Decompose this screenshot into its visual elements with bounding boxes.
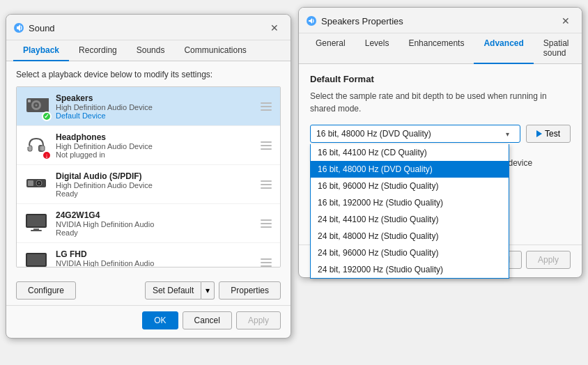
play-icon (536, 130, 542, 137)
svg-rect-11 (27, 215, 45, 226)
props-close-button[interactable]: ✕ (558, 13, 573, 29)
sound-title-icon (13, 22, 24, 33)
monitor2-desc: NVIDIA High Definition Audio (56, 259, 252, 267)
speakers-name: Speakers (56, 93, 252, 103)
props-apply-button[interactable]: Apply (526, 251, 571, 269)
speakers-status: Default Device (56, 111, 252, 120)
format-section: Default Format Select the sample rate an… (299, 64, 582, 158)
device-monitor1[interactable]: 24G2W1G4 NVIDIA High Definition Audio Re… (17, 204, 280, 243)
device-headphones-icon-wrap: ↓ (24, 132, 49, 159)
sound-tabs: Playback Recording Sounds Communications (6, 40, 291, 61)
option-24-96-studio[interactable]: 24 bit, 96000 Hz (Studio Quality) (311, 244, 509, 261)
tab-spatial-sound[interactable]: Spatial sound (534, 33, 579, 64)
option-dvd-quality[interactable]: 16 bit, 48000 Hz (DVD Quality) (311, 161, 509, 178)
headphones-name: Headphones (56, 132, 252, 142)
device-spdif[interactable]: Digital Audio (S/PDIF) High Definition A… (17, 165, 280, 204)
option-96k-studio[interactable]: 16 bit, 96000 Hz (Studio Quality) (311, 178, 509, 194)
sound-titlebar: Sound ✕ (6, 15, 291, 40)
sound-cancel-button[interactable]: Cancel (183, 311, 232, 329)
sound-footer-top: Configure Set Default ▾ Properties (6, 276, 291, 305)
svg-rect-7 (28, 180, 33, 186)
device-speakers[interactable]: ✓ Speakers High Definition Audio Device … (17, 87, 280, 126)
option-24-192-studio[interactable]: 24 bit, 192000 Hz (Studio Quality) (311, 261, 509, 278)
test-label: Test (545, 129, 560, 139)
device-monitor1-icon-wrap (24, 210, 49, 237)
props-tabs: General Levels Enhancements Advanced Spa… (299, 33, 582, 64)
configure-button[interactable]: Configure (16, 281, 76, 300)
format-title: Default Format (310, 74, 571, 84)
sound-apply-button[interactable]: Apply (236, 311, 281, 329)
sound-close-button[interactable]: ✕ (267, 20, 282, 36)
spdif-status: Ready (56, 189, 252, 198)
format-dropdown[interactable]: 16 bit, 44100 Hz (CD Quality) 16 bit, 48… (310, 125, 520, 143)
set-default-wrap: Set Default ▾ (145, 281, 215, 300)
monitor2-lines (259, 256, 273, 268)
tab-enhancements[interactable]: Enhancements (399, 33, 474, 64)
tab-communications[interactable]: Communications (174, 40, 256, 61)
device-monitor2[interactable]: LG FHD NVIDIA High Definition Audio Read… (17, 243, 280, 267)
tab-recording[interactable]: Recording (69, 40, 127, 61)
option-24-48-studio[interactable]: 24 bit, 48000 Hz (Studio Quality) (311, 228, 509, 244)
headphones-lines (259, 139, 273, 153)
playback-section-label: Select a playback device below to modify… (16, 70, 281, 79)
sound-ok-button[interactable]: OK (142, 311, 178, 329)
sound-dialog-title: Sound (29, 23, 55, 33)
tab-levels[interactable]: Levels (355, 33, 399, 64)
device-monitor2-info: LG FHD NVIDIA High Definition Audio Read… (56, 249, 252, 268)
format-desc: Select the sample rate and bit depth to … (310, 90, 571, 115)
tab-advanced[interactable]: Advanced (474, 33, 533, 64)
monitor1-lines (259, 217, 273, 231)
monitor1-desc: NVIDIA High Definition Audio (56, 220, 252, 228)
monitor1-name: 24G2W1G4 (56, 210, 252, 220)
svg-point-9 (38, 182, 40, 185)
device-speakers-info: Speakers High Definition Audio Device De… (56, 93, 252, 120)
titlebar-left: Sound (13, 22, 55, 33)
device-speakers-icon-wrap: ✓ (24, 93, 49, 120)
properties-button[interactable]: Properties (219, 281, 281, 300)
speakers-badge: ✓ (42, 111, 52, 121)
spdif-name: Digital Audio (S/PDIF) (56, 171, 252, 181)
sound-dialog-body: Select a playback device below to modify… (6, 61, 291, 276)
tab-playback[interactable]: Playback (13, 40, 69, 61)
spdif-icon (24, 171, 49, 196)
device-monitor2-icon-wrap (24, 249, 49, 267)
headphones-status: Not plugged in (56, 150, 252, 159)
headphones-badge: ↓ (42, 150, 52, 160)
device-spdif-info: Digital Audio (S/PDIF) High Definition A… (56, 171, 252, 198)
set-default-button[interactable]: Set Default (145, 281, 201, 300)
svg-rect-15 (27, 254, 45, 265)
props-titlebar-left: Speakers Properties (306, 15, 403, 26)
option-24-44-studio[interactable]: 24 bit, 44100 Hz (Studio Quality) (311, 211, 509, 228)
svg-rect-5 (28, 100, 31, 102)
props-dialog: Speakers Properties ✕ General Levels Enh… (298, 7, 582, 278)
svg-point-4 (36, 104, 38, 107)
monitor1-status: Ready (56, 228, 252, 237)
monitor2-status: Ready (56, 267, 252, 268)
speakers-lines (259, 100, 273, 114)
props-title-icon (306, 15, 317, 26)
svg-rect-13 (31, 230, 42, 231)
option-cd-quality[interactable]: 16 bit, 44100 Hz (CD Quality) (311, 144, 509, 161)
speakers-desc: High Definition Audio Device (56, 103, 252, 111)
device-spdif-icon-wrap (24, 171, 49, 198)
monitor1-icon (24, 210, 49, 235)
device-monitor1-info: 24G2W1G4 NVIDIA High Definition Audio Re… (56, 210, 252, 237)
props-titlebar: Speakers Properties ✕ (299, 8, 582, 33)
dropdown-row: 16 bit, 44100 Hz (CD Quality) 16 bit, 48… (310, 125, 571, 143)
device-list: ✓ Speakers High Definition Audio Device … (16, 86, 281, 267)
sound-footer-bottom: OK Cancel Apply (6, 305, 291, 338)
tab-general[interactable]: General (306, 33, 355, 64)
device-headphones-info: Headphones High Definition Audio Device … (56, 132, 252, 159)
spdif-lines (259, 178, 273, 192)
tab-sounds[interactable]: Sounds (127, 40, 175, 61)
set-default-arrow-button[interactable]: ▾ (201, 281, 215, 300)
headphones-desc: High Definition Audio Device (56, 142, 252, 150)
monitor2-icon (24, 249, 49, 267)
spdif-desc: High Definition Audio Device (56, 181, 252, 189)
test-button[interactable]: Test (526, 125, 571, 143)
device-headphones[interactable]: ↓ Headphones High Definition Audio Devic… (17, 126, 280, 165)
monitor2-name: LG FHD (56, 249, 252, 259)
props-dialog-title: Speakers Properties (321, 16, 403, 26)
option-192k-studio[interactable]: 16 bit, 192000 Hz (Studio Quality) (311, 194, 509, 211)
dropdown-open-list: 16 bit, 44100 Hz (CD Quality) 16 bit, 48… (310, 144, 509, 279)
